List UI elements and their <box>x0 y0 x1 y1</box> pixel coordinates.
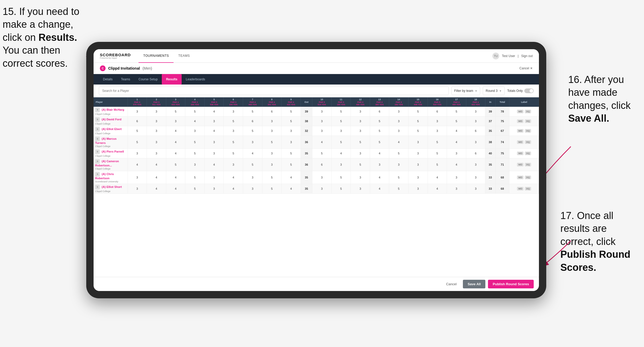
score-hole-9[interactable]: 4 <box>281 171 301 184</box>
wd-button[interactable]: WD <box>517 140 524 144</box>
score-hole-17[interactable]: 3 <box>447 171 466 184</box>
dq-button[interactable]: DQ <box>525 176 531 179</box>
score-hole-3[interactable]: 4 <box>166 136 185 148</box>
score-hole-17[interactable]: 5 <box>447 116 466 126</box>
score-hole-10[interactable]: 3 <box>312 184 331 193</box>
score-hole-1[interactable]: 3 <box>128 148 147 158</box>
wd-button[interactable]: WD <box>517 176 524 179</box>
score-hole-11[interactable]: 5 <box>331 107 351 116</box>
score-hole-13[interactable]: 4 <box>370 171 389 184</box>
score-hole-8[interactable]: 6 <box>262 107 281 116</box>
score-hole-5[interactable]: 3 <box>204 171 224 184</box>
score-hole-6[interactable]: 3 <box>224 126 243 136</box>
score-hole-4[interactable]: 5 <box>185 148 205 158</box>
score-hole-7[interactable]: 3 <box>243 136 262 148</box>
score-hole-14[interactable]: 3 <box>389 107 409 116</box>
tab-details[interactable]: Details <box>99 74 117 85</box>
score-hole-9[interactable]: 5 <box>281 148 301 158</box>
score-hole-3[interactable]: 5 <box>166 158 185 171</box>
score-hole-3[interactable]: 5 <box>166 107 185 116</box>
score-hole-3[interactable]: 3 <box>166 116 185 126</box>
score-hole-18[interactable]: 3 <box>466 171 485 184</box>
score-hole-18[interactable]: 3 <box>466 184 485 193</box>
score-hole-7[interactable]: 4 <box>243 148 262 158</box>
score-hole-12[interactable]: 3 <box>351 171 370 184</box>
score-hole-3[interactable]: 4 <box>166 126 185 136</box>
wd-button[interactable]: WD <box>517 187 524 191</box>
score-hole-16[interactable]: 5 <box>428 136 447 148</box>
score-hole-14[interactable]: 5 <box>389 148 409 158</box>
score-hole-2[interactable]: 3 <box>147 148 166 158</box>
score-hole-15[interactable]: 5 <box>408 126 428 136</box>
wd-button[interactable]: WD <box>517 129 524 133</box>
score-hole-1[interactable]: 3 <box>128 107 147 116</box>
totals-toggle-switch[interactable] <box>524 88 534 93</box>
filter-team-dropdown[interactable]: Filter by team ▼ <box>451 87 480 95</box>
round-dropdown[interactable]: Round 3 ▼ <box>483 87 504 95</box>
score-hole-17[interactable]: 4 <box>447 126 466 136</box>
score-hole-17[interactable]: 3 <box>447 148 466 158</box>
score-hole-4[interactable]: 5 <box>185 184 205 193</box>
score-hole-17[interactable]: 4 <box>447 136 466 148</box>
score-hole-6[interactable]: 5 <box>224 116 243 126</box>
score-hole-11[interactable]: 4 <box>331 148 351 158</box>
score-hole-2[interactable]: 3 <box>147 107 166 116</box>
score-hole-14[interactable]: 5 <box>389 184 409 193</box>
score-hole-13[interactable]: 5 <box>370 116 389 126</box>
score-hole-3[interactable]: 4 <box>166 148 185 158</box>
dq-button[interactable]: DQ <box>525 119 531 123</box>
score-hole-18[interactable]: 6 <box>466 126 485 136</box>
score-hole-13[interactable]: 5 <box>370 136 389 148</box>
wd-button[interactable]: WD <box>517 110 524 113</box>
score-hole-13[interactable]: 5 <box>370 126 389 136</box>
score-hole-1[interactable]: 5 <box>128 136 147 148</box>
score-hole-11[interactable]: 5 <box>331 116 351 126</box>
dq-button[interactable]: DQ <box>525 110 531 113</box>
wd-button[interactable]: WD <box>517 119 524 123</box>
score-hole-2[interactable]: 3 <box>147 126 166 136</box>
score-hole-14[interactable]: 3 <box>389 158 409 171</box>
score-hole-4[interactable]: 5 <box>185 171 205 184</box>
score-hole-8[interactable]: 5 <box>262 136 281 148</box>
score-hole-11[interactable]: 5 <box>331 171 351 184</box>
score-hole-10[interactable]: 5 <box>312 148 331 158</box>
score-hole-14[interactable]: 5 <box>389 171 409 184</box>
score-hole-10[interactable]: 6 <box>312 158 331 171</box>
score-hole-15[interactable]: 3 <box>408 158 428 171</box>
score-hole-16[interactable]: 3 <box>428 116 447 126</box>
score-hole-6[interactable]: 5 <box>224 136 243 148</box>
cancel-bottom-btn[interactable]: Cancel <box>442 280 460 288</box>
tab-teams[interactable]: Teams <box>117 74 134 85</box>
score-hole-1[interactable]: 3 <box>128 184 147 193</box>
score-hole-2[interactable]: 3 <box>147 136 166 148</box>
score-hole-12[interactable]: 3 <box>351 184 370 193</box>
score-hole-5[interactable]: 3 <box>204 116 224 126</box>
score-hole-18[interactable]: 3 <box>466 158 485 171</box>
score-hole-15[interactable]: 3 <box>408 148 428 158</box>
score-hole-18[interactable]: 3 <box>466 107 485 116</box>
dq-button[interactable]: DQ <box>525 163 531 166</box>
score-hole-15[interactable]: 3 <box>408 184 428 193</box>
score-hole-4[interactable]: 4 <box>185 116 205 126</box>
score-hole-5[interactable]: 3 <box>204 148 224 158</box>
score-hole-6[interactable]: 5 <box>224 148 243 158</box>
score-hole-7[interactable]: 5 <box>243 107 262 116</box>
score-hole-8[interactable]: 5 <box>262 184 281 193</box>
score-hole-1[interactable]: 6 <box>128 116 147 126</box>
score-hole-13[interactable]: 6 <box>370 107 389 116</box>
score-hole-8[interactable]: 5 <box>262 171 281 184</box>
score-hole-12[interactable]: 5 <box>351 136 370 148</box>
score-hole-6[interactable]: 4 <box>224 171 243 184</box>
score-hole-11[interactable]: 3 <box>331 158 351 171</box>
score-hole-18[interactable]: 3 <box>466 116 485 126</box>
score-hole-12[interactable]: 3 <box>351 107 370 116</box>
dq-button[interactable]: DQ <box>525 140 531 144</box>
score-hole-6[interactable]: 3 <box>224 107 243 116</box>
score-hole-2[interactable]: 4 <box>147 171 166 184</box>
score-hole-10[interactable]: 4 <box>312 136 331 148</box>
score-hole-4[interactable]: 5 <box>185 107 205 116</box>
publish-round-scores-button[interactable]: Publish Round Scores <box>488 280 534 288</box>
score-hole-18[interactable]: 6 <box>466 148 485 158</box>
score-hole-4[interactable]: 3 <box>185 158 205 171</box>
score-hole-1[interactable]: 4 <box>128 158 147 171</box>
